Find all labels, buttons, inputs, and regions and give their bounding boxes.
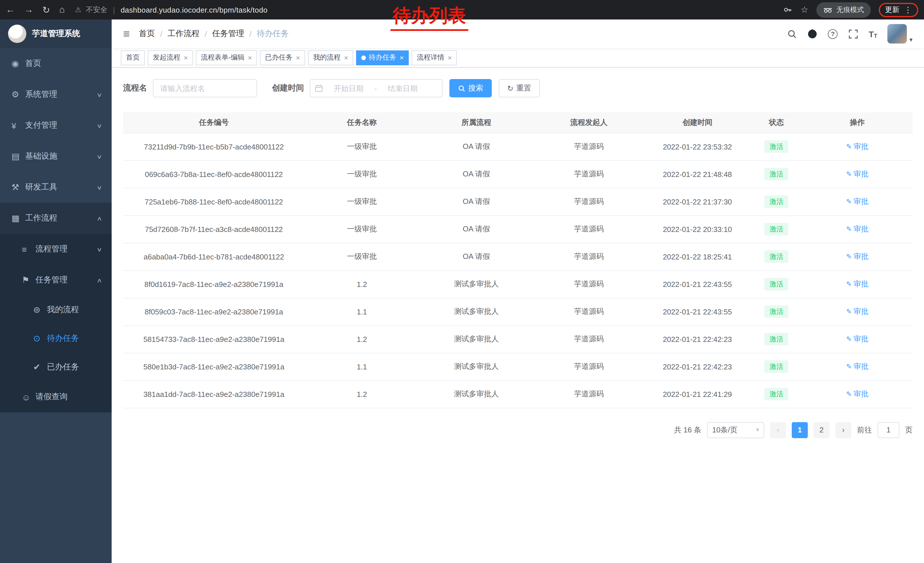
address-bar[interactable]: ⚠ 不安全 | dashboard.yudao.iocoder.cn/bpm/t…: [75, 5, 268, 15]
tab-my-processes[interactable]: 我的流程 ×: [308, 50, 353, 65]
approve-link[interactable]: ✎审批: [846, 224, 868, 234]
tools-icon: ⚒: [12, 182, 25, 192]
github-icon[interactable]: [807, 29, 818, 39]
close-icon[interactable]: ×: [344, 54, 348, 62]
end-date-input[interactable]: [379, 84, 426, 93]
cell-action: ✎审批: [802, 298, 912, 325]
close-icon[interactable]: ×: [448, 54, 452, 62]
approve-link[interactable]: ✎审批: [846, 306, 868, 317]
browser-menu-icon[interactable]: ⋮: [904, 5, 912, 14]
hamburger-icon[interactable]: ≡: [123, 27, 130, 41]
approve-link[interactable]: ✎审批: [846, 197, 868, 207]
font-size-icon[interactable]: TT: [868, 29, 878, 39]
help-icon[interactable]: ?: [828, 29, 837, 39]
user-menu[interactable]: ▾: [888, 24, 912, 44]
cell-action: ✎审批: [802, 243, 912, 270]
sidebar-item-label: 已办任务: [47, 362, 105, 372]
security-label: 不安全: [86, 5, 107, 15]
home-icon[interactable]: ⌂: [59, 5, 65, 15]
navbar-actions: ? TT ▾: [787, 24, 912, 44]
tab-process-detail[interactable]: 流程详情 ×: [412, 50, 457, 65]
search-icon[interactable]: [787, 29, 797, 39]
tab-home[interactable]: 首页: [121, 50, 145, 65]
sidebar-item-workflow[interactable]: ▦ 工作流程 ∧: [0, 203, 112, 234]
breadcrumb-item[interactable]: 工作流程: [168, 29, 200, 39]
breadcrumb-item[interactable]: 首页: [139, 29, 155, 39]
sidebar-item-todo-tasks[interactable]: ⊙ 待办任务: [0, 324, 112, 353]
start-date-input[interactable]: [325, 84, 372, 93]
approve-link[interactable]: ✎审批: [846, 279, 868, 289]
cell-initiator: 芋道源码: [534, 161, 644, 188]
col-action: 操作: [802, 112, 912, 133]
approve-link[interactable]: ✎审批: [846, 169, 868, 179]
prev-page-button[interactable]: ‹: [770, 422, 786, 438]
cell-action: ✎审批: [802, 270, 912, 298]
cell-created: 2022-01-22 18:25:41: [644, 243, 750, 270]
next-page-button[interactable]: ›: [835, 422, 851, 438]
active-tab-dot: [361, 55, 366, 60]
approve-link-label: 审批: [854, 362, 868, 372]
page-size-select[interactable]: 10条/页 ▾: [707, 422, 764, 438]
approve-link[interactable]: ✎审批: [846, 389, 868, 399]
sidebar-item-done-tasks[interactable]: ✔ 已办任务: [0, 353, 112, 381]
bookmark-star-icon[interactable]: ☆: [801, 5, 808, 15]
tab-todo-tasks[interactable]: 待办任务 ×: [356, 50, 409, 65]
breadcrumb-item[interactable]: 任务管理: [212, 29, 244, 39]
tab-process-form-edit[interactable]: 流程表单-编辑 ×: [196, 50, 257, 65]
goto-page-input[interactable]: [878, 422, 899, 438]
forward-icon[interactable]: →: [24, 5, 33, 15]
approve-link[interactable]: ✎审批: [846, 251, 868, 262]
edit-pencil-icon: ✎: [846, 363, 852, 371]
cell-task-name: 一级审批: [304, 133, 419, 161]
process-name-input[interactable]: [153, 79, 257, 98]
sidebar-item-infrastructure[interactable]: ▤ 基础设施 ∨: [0, 141, 112, 172]
close-icon[interactable]: ×: [184, 54, 188, 62]
sidebar-item-leave-query[interactable]: ☺ 请假查询: [0, 381, 112, 412]
tab-label: 我的流程: [313, 53, 340, 62]
close-icon[interactable]: ×: [400, 54, 404, 62]
cell-initiator: 芋道源码: [534, 133, 644, 161]
page-button-1[interactable]: 1: [792, 422, 808, 438]
approve-link[interactable]: ✎审批: [846, 141, 868, 152]
password-key-icon[interactable]: [782, 5, 793, 15]
cell-status: 激活: [751, 188, 802, 215]
date-range-picker[interactable]: -: [310, 79, 442, 98]
chevron-down-icon: ∨: [96, 122, 102, 129]
cell-status: 激活: [751, 380, 802, 408]
page-button-2[interactable]: 2: [813, 422, 830, 438]
reset-button[interactable]: ↻ 重置: [499, 79, 540, 98]
page-content: 流程名 创建时间 - 搜索 ↻ 重置: [112, 68, 924, 563]
close-icon[interactable]: ×: [296, 54, 300, 62]
sidebar-item-home[interactable]: ◉ 首页: [0, 48, 112, 79]
approve-link[interactable]: ✎审批: [846, 362, 868, 372]
sidebar-item-dev-tools[interactable]: ⚒ 研发工具 ∨: [0, 172, 112, 203]
sidebar-item-label: 支付管理: [25, 120, 97, 131]
workflow-icon: ▦: [12, 213, 25, 224]
avatar: [888, 24, 907, 44]
search-button-label: 搜索: [468, 83, 483, 93]
tab-label: 已办任务: [265, 53, 292, 62]
fullscreen-icon[interactable]: [848, 29, 858, 39]
sidebar-item-system-mgmt[interactable]: ⚙ 系统管理 ∨: [0, 79, 112, 110]
tab-done-tasks[interactable]: 已办任务 ×: [260, 50, 305, 65]
search-button[interactable]: 搜索: [449, 79, 492, 98]
app-logo-row[interactable]: 芋道管理系统: [0, 20, 112, 48]
sidebar-item-task-mgmt[interactable]: ⚑ 任务管理 ∧: [0, 264, 112, 296]
close-icon[interactable]: ×: [248, 54, 252, 62]
sidebar-item-label: 任务管理: [36, 275, 97, 285]
tab-start-process[interactable]: 发起流程 ×: [148, 50, 193, 65]
cell-task-id: 8f059c03-7ac8-11ec-a9e2-a2380e71991a: [123, 298, 304, 325]
update-button[interactable]: 更新: [885, 5, 899, 15]
col-initiator: 流程发起人: [534, 112, 644, 133]
reload-icon[interactable]: ↻: [42, 4, 50, 15]
sidebar-item-payment-mgmt[interactable]: ¥ 支付管理 ∨: [0, 110, 112, 141]
sidebar-item-process-mgmt[interactable]: ≡ 流程管理 ∨: [0, 234, 112, 264]
status-badge: 激活: [764, 388, 788, 400]
sidebar-item-my-processes[interactable]: ⊚ 我的流程: [0, 296, 112, 324]
edit-pencil-icon: ✎: [846, 143, 852, 151]
approve-link[interactable]: ✎审批: [846, 334, 868, 344]
cell-status: 激活: [751, 133, 802, 161]
back-icon[interactable]: ←: [6, 5, 15, 15]
table-row: 381aa1dd-7ac8-11ec-a9e2-a2380e71991a 1.2…: [123, 380, 912, 408]
cell-status: 激活: [751, 161, 802, 188]
